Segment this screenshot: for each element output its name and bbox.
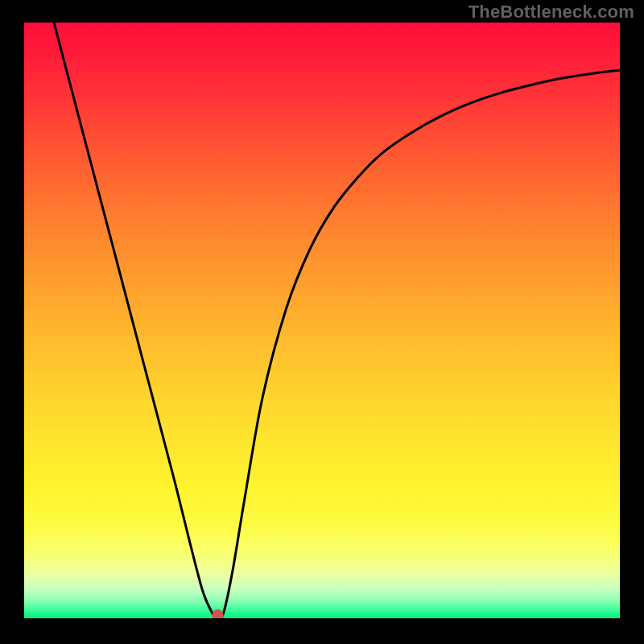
chart-frame: TheBottleneck.com [0, 0, 644, 644]
bottleneck-curve [54, 23, 620, 618]
watermark-text: TheBottleneck.com [469, 2, 634, 23]
chart-svg [24, 23, 620, 618]
optimal-marker-dot [213, 609, 224, 618]
